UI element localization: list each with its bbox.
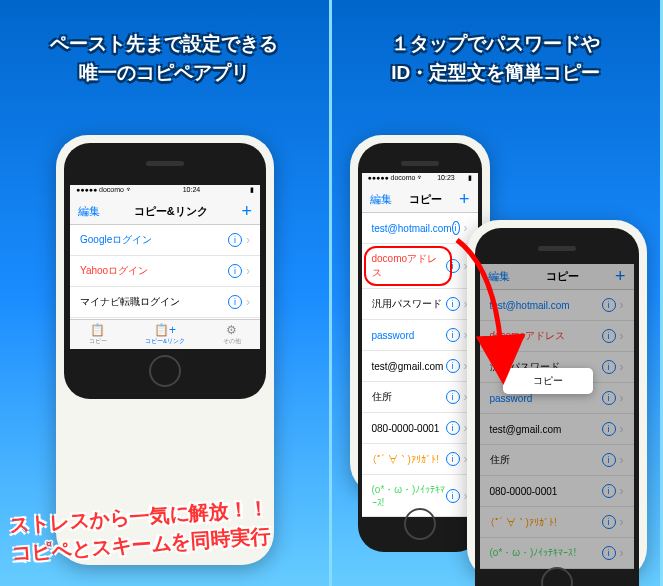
list-item[interactable]: マイナビ転職ログインi› xyxy=(70,287,260,318)
nav-title: コピー xyxy=(546,269,579,284)
chevron-icon: › xyxy=(620,298,624,312)
info-icon[interactable]: i xyxy=(446,421,460,435)
toolbar-label: コピー xyxy=(89,337,107,346)
toolbar-item[interactable]: 📋+コピー&リンク xyxy=(145,323,185,346)
copy-popup[interactable]: コピー xyxy=(503,368,593,394)
add-button[interactable]: + xyxy=(615,266,626,287)
chevron-icon: › xyxy=(620,484,624,498)
chevron-icon: › xyxy=(620,515,624,529)
info-icon[interactable]: i xyxy=(602,546,616,560)
list-item[interactable]: Googleログインi› xyxy=(70,225,260,256)
chevron-icon: › xyxy=(620,453,624,467)
add-button[interactable]: + xyxy=(241,201,252,222)
chevron-icon: › xyxy=(620,391,624,405)
row-label: password xyxy=(490,393,602,404)
info-icon[interactable]: i xyxy=(602,391,616,405)
list-item[interactable]: docomoアドレスi› xyxy=(362,244,478,289)
status-bar: ●●●●● docomo ᯤ 10:24 ▮ xyxy=(70,185,260,199)
chevron-icon: › xyxy=(246,295,250,309)
nav-bar: 編集 コピー + xyxy=(362,187,478,213)
edit-button[interactable]: 編集 xyxy=(370,192,392,207)
list-item[interactable]: passwordi› xyxy=(362,320,478,351)
info-icon[interactable]: i xyxy=(602,515,616,529)
row-label: password xyxy=(372,330,446,341)
list-item[interactable]: Yahooログインi› xyxy=(70,256,260,287)
row-label: test@gmail.com xyxy=(372,361,446,372)
headline-right: １タップでパスワードや ID・定型文を簡単コピー xyxy=(332,0,661,97)
info-icon[interactable]: i xyxy=(446,452,460,466)
phone-mockup-2b: 編集 コピー + test@hotmail.comi›docomoアドレスi›汎… xyxy=(467,220,647,580)
row-label: test@hotmail.com xyxy=(372,223,452,234)
list-item[interactable]: (ﾟ´ ∀｀)ｱﾘｶﾞﾄ!i› xyxy=(362,444,478,475)
promo-panel-left: ペースト先まで設定できる 唯一のコピペアプリ ●●●●● docomo ᯤ 10… xyxy=(0,0,332,586)
row-label: (ﾟ´ ∀｀)ｱﾘｶﾞﾄ! xyxy=(490,517,602,528)
nav-bar: 編集 コピー + xyxy=(480,264,634,290)
list-2a: test@hotmail.comi›docomoアドレスi›汎用パスワードi›p… xyxy=(362,213,478,517)
row-label: 住所 xyxy=(490,453,602,467)
info-icon[interactable]: i xyxy=(446,390,460,404)
list-item[interactable]: test@hotmail.comi› xyxy=(480,290,634,321)
info-icon[interactable]: i xyxy=(228,233,242,247)
toolbar-item[interactable]: ⚙その他 xyxy=(223,323,241,346)
list-item[interactable]: test@hotmail.comi› xyxy=(362,213,478,244)
promo-panel-right: １タップでパスワードや ID・定型文を簡単コピー ●●●●● docomo ᯤ … xyxy=(332,0,664,586)
info-icon[interactable]: i xyxy=(228,264,242,278)
row-label: test@gmail.com xyxy=(490,424,602,435)
chevron-icon: › xyxy=(620,546,624,560)
info-icon[interactable]: i xyxy=(602,329,616,343)
row-label: (ﾟ´ ∀｀)ｱﾘｶﾞﾄ! xyxy=(372,454,446,465)
list-item[interactable]: (ﾟ´ ∀｀)ｱﾘｶﾞﾄ!i› xyxy=(480,507,634,538)
list-item[interactable]: 住所i› xyxy=(480,445,634,476)
info-icon[interactable]: i xyxy=(602,298,616,312)
list-item[interactable]: (o*・ω・)ﾉｲｯﾃｷﾏｰｽ!i› xyxy=(362,475,478,517)
nav-title: コピー xyxy=(409,192,442,207)
list-item[interactable]: test@gmail.comi› xyxy=(480,414,634,445)
info-icon[interactable]: i xyxy=(228,295,242,309)
row-label: マイナビ転職ログイン xyxy=(80,295,228,309)
headline-left: ペースト先まで設定できる 唯一のコピペアプリ xyxy=(0,0,329,97)
toolbar-icon: 📋 xyxy=(90,323,105,337)
row-label: Yahooログイン xyxy=(80,264,228,278)
toolbar-item[interactable]: 📋コピー xyxy=(89,323,107,346)
list-item[interactable]: (o*・ω・)ﾉｲｯﾃｷﾏｰｽ!i› xyxy=(480,538,634,569)
list-2b: test@hotmail.comi›docomoアドレスi›汎用パスワードi›p… xyxy=(480,290,634,569)
info-icon[interactable]: i xyxy=(602,360,616,374)
status-bar: ●●●●● docomo ᯤ 10:23 ▮ xyxy=(362,173,478,187)
nav-title: コピー&リンク xyxy=(134,204,208,219)
list-item[interactable]: docomoアドレスi› xyxy=(480,321,634,352)
info-icon[interactable]: i xyxy=(446,489,460,503)
row-label: 080-0000-0001 xyxy=(372,423,446,434)
edit-button[interactable]: 編集 xyxy=(78,204,100,219)
chevron-icon: › xyxy=(620,360,624,374)
row-label: (o*・ω・)ﾉｲｯﾃｷﾏｰｽ! xyxy=(490,546,602,560)
toolbar-icon: ⚙ xyxy=(226,323,237,337)
info-icon[interactable]: i xyxy=(602,484,616,498)
info-icon[interactable]: i xyxy=(446,259,460,273)
toolbar-label: その他 xyxy=(223,337,241,346)
row-label: (o*・ω・)ﾉｲｯﾃｷﾏｰｽ! xyxy=(372,483,446,508)
info-icon[interactable]: i xyxy=(452,221,460,235)
chevron-icon: › xyxy=(246,233,250,247)
info-icon[interactable]: i xyxy=(446,328,460,342)
row-label: 住所 xyxy=(372,390,446,404)
info-icon[interactable]: i xyxy=(602,422,616,436)
toolbar-label: コピー&リンク xyxy=(145,337,185,346)
info-icon[interactable]: i xyxy=(446,297,460,311)
chevron-icon: › xyxy=(246,264,250,278)
chevron-icon: › xyxy=(620,422,624,436)
edit-button[interactable]: 編集 xyxy=(488,269,510,284)
info-icon[interactable]: i xyxy=(602,453,616,467)
row-label: 080-0000-0001 xyxy=(490,486,602,497)
list-item[interactable]: 汎用パスワードi› xyxy=(362,289,478,320)
nav-bar: 編集 コピー&リンク + xyxy=(70,199,260,225)
add-button[interactable]: + xyxy=(459,189,470,210)
toolbar: 📋コピー📋+コピー&リンク⚙その他 xyxy=(70,319,260,349)
list-item[interactable]: 080-0000-0001i› xyxy=(480,476,634,507)
list-item[interactable]: 住所i› xyxy=(362,382,478,413)
row-label: test@hotmail.com xyxy=(490,300,602,311)
chevron-icon: › xyxy=(620,329,624,343)
toolbar-icon: 📋+ xyxy=(154,323,176,337)
info-icon[interactable]: i xyxy=(446,359,460,373)
list-item[interactable]: 080-0000-0001i› xyxy=(362,413,478,444)
list-item[interactable]: test@gmail.comi› xyxy=(362,351,478,382)
